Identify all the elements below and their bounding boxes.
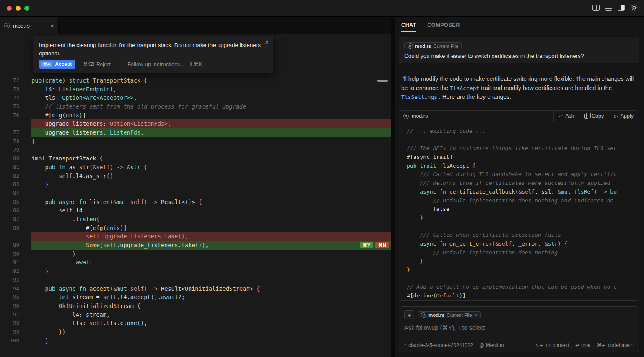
- editor-code-lines: 72pub(crate) struct TransportStack {73 l…: [0, 76, 391, 345]
- panel-divider[interactable]: [391, 17, 395, 357]
- code-line: 78}: [0, 137, 391, 146]
- rust-file-icon: R: [4, 23, 10, 28]
- code-line: 91 .await: [0, 258, 391, 267]
- tab-strip: R mod.rs ×: [0, 17, 391, 34]
- code-line: 89 Some(self.upgrade_listeners.take()),⌘…: [0, 241, 391, 250]
- inline-code: TlsAccept: [450, 85, 479, 91]
- line-number: 80: [0, 154, 19, 163]
- code-line: 84: [0, 189, 391, 198]
- line-number: 87: [0, 215, 19, 224]
- tab-close-icon[interactable]: ×: [50, 22, 54, 29]
- codebase-submit-hint[interactable]: ⌘↵ codebase ^: [597, 342, 634, 348]
- line-number: 91: [0, 258, 19, 267]
- tab-composer[interactable]: COMPOSER: [427, 22, 460, 32]
- chat-submit-hint[interactable]: ↵ chat: [575, 342, 591, 348]
- hint-label: no context: [546, 342, 569, 348]
- model-selector[interactable]: ^ claude-3-5-sonnet-20241022: [404, 342, 473, 348]
- chevron-up-icon: ^: [631, 343, 634, 348]
- chat-tab-bar: CHAT COMPOSER: [401, 22, 460, 32]
- code-line: 94 pub async fn accept(&mut self) -> Res…: [0, 285, 391, 293]
- line-number: 100: [0, 336, 19, 345]
- code-line: 90 ): [0, 250, 391, 259]
- code-line: 79: [0, 146, 391, 155]
- ask-label: Ask: [565, 113, 574, 119]
- zoom-window-button[interactable]: [24, 6, 29, 11]
- line-number: 84: [0, 189, 19, 198]
- line-number: 94: [0, 285, 19, 293]
- add-context-button[interactable]: +: [404, 310, 414, 319]
- tab-mod-rs[interactable]: R mod.rs ×: [0, 17, 59, 34]
- code-line: 95 let stream = self.l4.accept().await?;: [0, 293, 391, 302]
- line-number: 85: [0, 198, 19, 207]
- line-number: 79: [0, 146, 19, 155]
- code-line: #[derive(Default)]: [407, 292, 639, 300]
- chip-file-name: mod.rs: [415, 44, 431, 49]
- ask-button[interactable]: ↩ Ask: [553, 111, 579, 122]
- reject-button[interactable]: ⌘⌫ Reject: [83, 62, 111, 67]
- diff-badges: ⌘Y⌘N: [360, 242, 389, 248]
- code-line: pub trait TlsAccept {: [407, 162, 639, 171]
- layout-panel-bottom-icon[interactable]: [605, 5, 612, 11]
- code-block-file: R mod.rs: [399, 113, 553, 119]
- context-file-chip[interactable]: R mod.rs Current File: [404, 42, 462, 49]
- hint-label: codebase: [608, 342, 630, 348]
- chip-file-name: mod.rs: [428, 313, 444, 318]
- diff-accept-badge[interactable]: ⌘Y: [360, 242, 373, 248]
- copy-button[interactable]: Copy: [579, 111, 609, 122]
- inline-code: TlsSettings: [401, 94, 437, 100]
- close-window-button[interactable]: [7, 6, 12, 11]
- chat-input-placeholder[interactable]: Ask followup (⌘Y), ↑ to select: [404, 324, 634, 331]
- mention-button[interactable]: @ Mention: [479, 342, 504, 348]
- chat-code-block: R mod.rs ↩ Ask Copy ▷ Apply // ... exist…: [399, 110, 639, 301]
- assistant-message-text: I'll help modify the code to make certif…: [401, 75, 635, 102]
- tab-chat[interactable]: CHAT: [401, 22, 416, 32]
- copy-label: Copy: [592, 113, 604, 119]
- code-line: async fn on_cert_error(&self, _error: &s…: [407, 240, 639, 248]
- line-number: 97: [0, 310, 19, 319]
- line-number: 90: [0, 250, 19, 259]
- line-number: 77: [0, 128, 19, 137]
- settings-gear-icon[interactable]: [630, 4, 638, 12]
- rust-file-icon: R: [408, 43, 413, 49]
- chip-close-icon[interactable]: ×: [475, 313, 478, 318]
- reject-shortcut: ⌘⌫: [83, 62, 94, 67]
- code-block-body: // ... existing code .../// The APIs to …: [399, 122, 639, 300]
- context-file-chip[interactable]: R mod.rs Current File ×: [418, 311, 481, 318]
- code-line: 86 self.l4: [0, 206, 391, 215]
- code-editor[interactable]: 72pub(crate) struct TransportStack {73 l…: [0, 34, 391, 357]
- code-line: async fn certificate_callback(&self, ssl…: [407, 188, 639, 197]
- line-number: 75: [0, 102, 19, 111]
- code-line: 80impl TransportStack {: [0, 154, 391, 163]
- layout-panel-right-icon[interactable]: [618, 5, 625, 11]
- model-name: claude-3-5-sonnet-20241022: [408, 342, 473, 348]
- followup-instructions-button[interactable]: Follow-up instructions... ⇧⌘K: [127, 61, 203, 67]
- accept-label: Accept: [55, 61, 72, 67]
- line-number: 98: [0, 319, 19, 328]
- user-message-text: Could you make it easier to switch certi…: [404, 53, 634, 59]
- code-line: [407, 136, 639, 145]
- chip-file-tag: Current File: [447, 313, 472, 318]
- apply-label: Apply: [621, 113, 634, 119]
- code-line: 98 tls: self.tls.clone(),: [0, 319, 391, 328]
- assistant-text-segment: trait and modify how certificates are ha…: [479, 85, 612, 91]
- line-number: 83: [0, 180, 19, 189]
- diff-reject-badge[interactable]: ⌘N: [375, 242, 389, 248]
- line-number: 82: [0, 172, 19, 181]
- no-context-hint[interactable]: ⌥↵ no context: [534, 342, 569, 348]
- minimize-window-button[interactable]: [16, 6, 21, 11]
- code-line: /// Called when certificate selection fa…: [407, 231, 639, 240]
- code-line: 77 upgrade_listeners: ListenFds,: [0, 128, 391, 137]
- code-line: 81 pub fn as_str(&self) -> &str {: [0, 163, 391, 172]
- accept-button[interactable]: ⌘↵ Accept: [39, 60, 75, 69]
- close-icon[interactable]: ×: [265, 39, 269, 46]
- code-line: [407, 274, 639, 283]
- layout-columns-icon[interactable]: [592, 5, 600, 11]
- hint-kbd: ⌥↵: [534, 342, 544, 348]
- code-line: /// Called during TLS handshake to selec…: [407, 170, 639, 179]
- inline-prompt-text: Implement the cleanup function for the t…: [39, 41, 261, 58]
- code-line: // Default implementation does nothing: [407, 248, 639, 257]
- apply-button[interactable]: ▷ Apply: [609, 111, 639, 122]
- chat-input-box[interactable]: + R mod.rs Current File × Ask followup (…: [399, 306, 639, 352]
- chip-file-tag: Current File: [433, 44, 458, 49]
- code-line: 92 }: [0, 267, 391, 276]
